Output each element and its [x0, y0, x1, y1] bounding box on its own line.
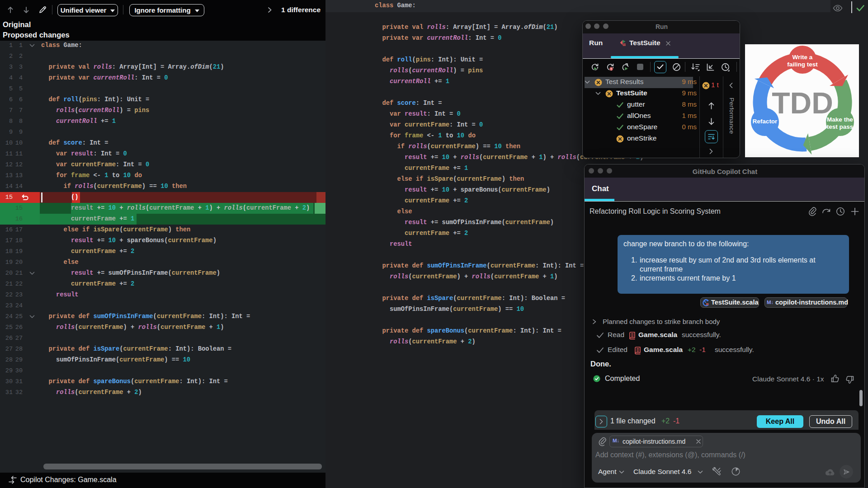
svg-text:Write a: Write a — [793, 54, 813, 61]
svg-text:failing test: failing test — [787, 61, 818, 68]
svg-text:Refactor: Refactor — [753, 118, 778, 125]
svg-text:Make the: Make the — [827, 116, 853, 123]
svg-text:TDD: TDD — [772, 86, 833, 120]
svg-text:test pass: test pass — [827, 123, 854, 130]
